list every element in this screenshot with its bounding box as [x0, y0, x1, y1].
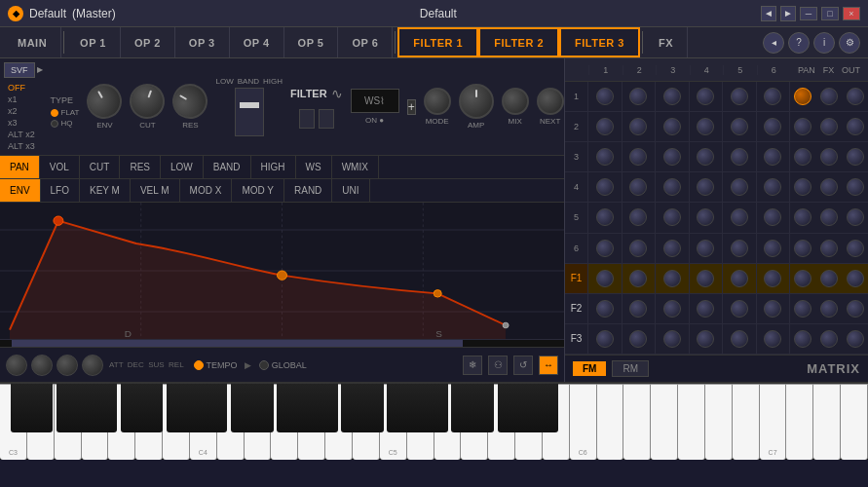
black-key-ds3[interactable]	[28, 384, 53, 432]
global-check[interactable]	[259, 360, 269, 370]
pan-knob-3[interactable]	[794, 148, 811, 166]
type-opt-x2[interactable]: x2	[4, 105, 43, 117]
white-key-c7[interactable]	[760, 384, 787, 460]
knob-4-6[interactable]	[764, 178, 781, 196]
minimize-button[interactable]: ─	[800, 7, 817, 20]
flat-radio[interactable]: FLAT	[51, 108, 80, 117]
fx-knob-f2[interactable]	[820, 300, 838, 318]
knob-6-6[interactable]	[764, 240, 781, 257]
lfo-button[interactable]: LFO	[41, 179, 80, 202]
out-knob-f1[interactable]	[847, 270, 864, 287]
knob-6-4[interactable]	[697, 240, 714, 257]
low-button[interactable]: LOW	[161, 156, 204, 178]
knob-4-4[interactable]	[697, 178, 714, 196]
sus-knob[interactable]	[57, 355, 78, 376]
black-key-ds5[interactable]	[249, 384, 274, 432]
knob-1-3[interactable]	[663, 88, 681, 105]
wmix-button[interactable]: WMIX	[332, 156, 379, 178]
fx-knob-f3[interactable]	[820, 330, 838, 348]
knob-f3-5[interactable]	[731, 330, 748, 348]
white-key-b6[interactable]	[733, 384, 760, 460]
knob-5-1[interactable]	[596, 208, 614, 226]
band-slider[interactable]	[235, 88, 264, 136]
knob-f3-2[interactable]	[629, 330, 647, 348]
out-knob-2[interactable]	[847, 118, 864, 135]
close-button[interactable]: ×	[843, 7, 860, 20]
cut-button[interactable]: CUT	[80, 156, 121, 178]
knob-5-5[interactable]	[731, 208, 748, 226]
type-opt-off[interactable]: OFF	[4, 82, 43, 94]
knob-f1-3[interactable]	[663, 270, 681, 287]
knob-f1-5[interactable]	[731, 270, 748, 287]
reset-icon[interactable]: ↺	[513, 356, 533, 375]
pan-knob-4[interactable]	[794, 178, 811, 196]
nav-prev-button[interactable]: ◄	[761, 6, 776, 21]
snowflake-icon[interactable]: ❄	[463, 356, 482, 375]
knob-f3-1[interactable]	[596, 330, 614, 348]
env-knob[interactable]	[81, 77, 129, 125]
knob-f2-5[interactable]	[731, 300, 748, 318]
rand-button[interactable]: RAND	[284, 179, 332, 202]
knob-1-5[interactable]	[731, 88, 748, 105]
fm-button[interactable]: FM	[573, 361, 606, 376]
out-knob-5[interactable]	[847, 208, 864, 226]
white-key-f7[interactable]	[841, 384, 868, 460]
fx-knob-4[interactable]	[820, 178, 838, 196]
maximize-button[interactable]: □	[821, 7, 839, 20]
out-knob-4[interactable]	[847, 178, 864, 196]
fx-knob-5[interactable]	[820, 208, 838, 226]
white-key-c6[interactable]	[570, 384, 597, 460]
knob-3-2[interactable]	[629, 148, 647, 166]
knob-3-3[interactable]	[663, 148, 681, 166]
knob-f2-4[interactable]	[697, 300, 714, 318]
knob-4-1[interactable]	[596, 178, 614, 196]
cut-knob[interactable]	[125, 79, 170, 124]
tempo-check[interactable]	[194, 360, 204, 370]
tab-filter2[interactable]: FILTER 2	[478, 27, 559, 57]
black-key-ds4[interactable]	[139, 384, 164, 432]
out-knob-6[interactable]	[847, 240, 864, 257]
tab-op2[interactable]: OP 2	[121, 27, 175, 57]
pan-knob-2[interactable]	[794, 118, 811, 135]
svf-dropdown-arrow[interactable]: ▶	[37, 65, 43, 74]
knob-5-3[interactable]	[663, 208, 681, 226]
type-opt-x1[interactable]: x1	[4, 94, 43, 105]
tab-op4[interactable]: OP 4	[230, 27, 284, 57]
settings-icon[interactable]: ⚙	[839, 32, 860, 54]
knob-6-1[interactable]	[596, 240, 614, 257]
out-knob-f2[interactable]	[847, 300, 864, 318]
knob-f3-4[interactable]	[697, 330, 714, 348]
fx-knob-f1[interactable]	[820, 270, 838, 287]
res-knob[interactable]	[167, 77, 214, 125]
knob-6-5[interactable]	[731, 240, 748, 257]
knob-1-2[interactable]	[629, 88, 647, 105]
knob-3-1[interactable]	[596, 148, 614, 166]
knob-f2-1[interactable]	[596, 300, 614, 318]
knob-f1-6[interactable]	[764, 270, 781, 287]
fx-knob-3[interactable]	[820, 148, 838, 166]
white-key-f6[interactable]	[651, 384, 678, 460]
knob-4-5[interactable]	[731, 178, 748, 196]
tab-filter1[interactable]: FILTER 1	[397, 27, 478, 57]
knob-6-2[interactable]	[629, 240, 647, 257]
att-knob[interactable]	[6, 355, 27, 376]
knob-2-4[interactable]	[697, 118, 714, 135]
knob-f2-2[interactable]	[629, 300, 647, 318]
pan-knob-1[interactable]	[794, 88, 811, 105]
knob-3-6[interactable]	[764, 148, 781, 166]
tab-main[interactable]: MAIN	[4, 27, 61, 57]
fx-knob-1[interactable]	[820, 88, 838, 105]
env-button[interactable]: ENV	[0, 179, 41, 202]
out-knob-1[interactable]	[847, 88, 864, 105]
black-key-ds7[interactable]	[470, 384, 494, 432]
knob-4-3[interactable]	[663, 178, 681, 196]
fx-knob-6[interactable]	[820, 240, 838, 257]
knob-f2-3[interactable]	[663, 300, 681, 318]
knob-f1-4[interactable]	[697, 270, 714, 287]
white-key-d6[interactable]	[597, 384, 624, 460]
black-key-as6[interactable]	[424, 384, 448, 432]
knob-2-5[interactable]	[731, 118, 748, 135]
pan-knob-6[interactable]	[794, 240, 811, 257]
question-icon[interactable]: ?	[788, 32, 810, 54]
band-button[interactable]: BAND	[204, 156, 251, 178]
